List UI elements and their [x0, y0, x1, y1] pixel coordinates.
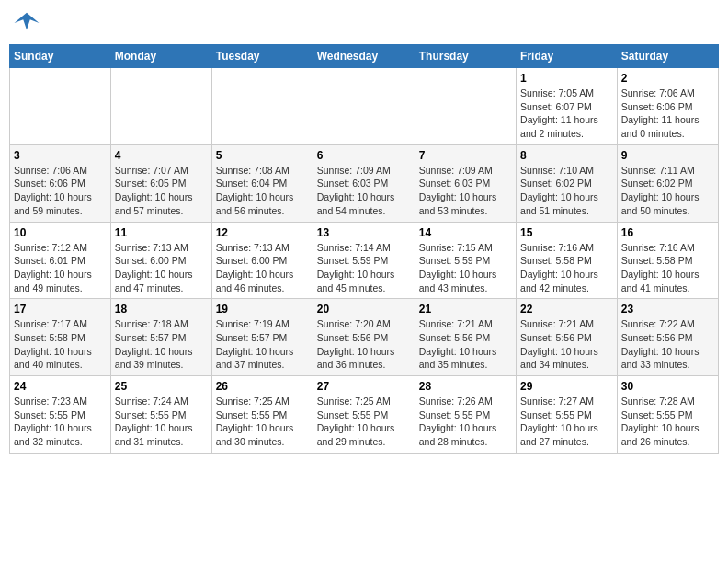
day-info: Sunrise: 7:27 AM Sunset: 5:55 PM Dayligh…	[520, 395, 613, 449]
day-info: Sunrise: 7:15 AM Sunset: 5:59 PM Dayligh…	[419, 241, 512, 295]
weekday-header: Friday	[517, 45, 618, 68]
day-info: Sunrise: 7:13 AM Sunset: 6:00 PM Dayligh…	[216, 241, 309, 295]
day-number: 26	[216, 380, 309, 393]
weekday-header: Monday	[110, 45, 211, 68]
calendar-cell: 2Sunrise: 7:06 AM Sunset: 6:06 PM Daylig…	[617, 68, 718, 145]
day-number: 27	[317, 380, 411, 393]
day-number: 8	[520, 149, 613, 162]
calendar-cell: 20Sunrise: 7:20 AM Sunset: 5:56 PM Dayli…	[313, 299, 415, 376]
day-info: Sunrise: 7:17 AM Sunset: 5:58 PM Dayligh…	[14, 317, 107, 372]
calendar-week-row: 17Sunrise: 7:17 AM Sunset: 5:58 PM Dayli…	[10, 299, 719, 376]
calendar-cell	[313, 68, 415, 145]
day-number: 29	[520, 380, 613, 393]
day-info: Sunrise: 7:09 AM Sunset: 6:03 PM Dayligh…	[317, 164, 411, 218]
calendar-cell	[10, 68, 111, 145]
day-number: 16	[621, 226, 714, 239]
day-number: 9	[621, 149, 714, 162]
day-number: 24	[14, 380, 107, 393]
calendar-cell: 28Sunrise: 7:26 AM Sunset: 5:55 PM Dayli…	[415, 376, 516, 454]
calendar-cell: 16Sunrise: 7:16 AM Sunset: 5:58 PM Dayli…	[617, 222, 718, 299]
svg-marker-0	[15, 13, 40, 30]
logo-bird-icon	[13, 9, 40, 37]
calendar-cell: 5Sunrise: 7:08 AM Sunset: 6:04 PM Daylig…	[211, 144, 313, 222]
day-info: Sunrise: 7:16 AM Sunset: 5:58 PM Dayligh…	[520, 241, 613, 295]
weekday-header: Tuesday	[211, 45, 313, 68]
day-number: 19	[216, 303, 309, 316]
day-info: Sunrise: 7:22 AM Sunset: 5:56 PM Dayligh…	[621, 317, 714, 372]
calendar-cell: 13Sunrise: 7:14 AM Sunset: 5:59 PM Dayli…	[313, 222, 415, 299]
weekday-header: Saturday	[617, 45, 718, 68]
day-info: Sunrise: 7:25 AM Sunset: 5:55 PM Dayligh…	[317, 395, 411, 449]
calendar-cell: 21Sunrise: 7:21 AM Sunset: 5:56 PM Dayli…	[415, 299, 516, 376]
calendar-cell: 6Sunrise: 7:09 AM Sunset: 6:03 PM Daylig…	[313, 144, 415, 222]
day-info: Sunrise: 7:13 AM Sunset: 6:00 PM Dayligh…	[115, 241, 208, 295]
logo	[13, 9, 42, 37]
calendar-cell: 3Sunrise: 7:06 AM Sunset: 6:06 PM Daylig…	[10, 144, 111, 222]
calendar-cell	[110, 68, 211, 145]
calendar-cell: 17Sunrise: 7:17 AM Sunset: 5:58 PM Dayli…	[10, 299, 111, 376]
page-header	[9, 9, 719, 37]
day-number: 20	[317, 303, 411, 316]
day-info: Sunrise: 7:07 AM Sunset: 6:05 PM Dayligh…	[115, 164, 208, 218]
calendar-cell: 26Sunrise: 7:25 AM Sunset: 5:55 PM Dayli…	[211, 376, 313, 454]
weekday-header: Wednesday	[313, 45, 415, 68]
day-number: 14	[419, 226, 512, 239]
day-info: Sunrise: 7:10 AM Sunset: 6:02 PM Dayligh…	[520, 164, 613, 218]
calendar-week-row: 10Sunrise: 7:12 AM Sunset: 6:01 PM Dayli…	[10, 222, 719, 299]
day-info: Sunrise: 7:25 AM Sunset: 5:55 PM Dayligh…	[216, 395, 309, 449]
day-number: 17	[14, 303, 107, 316]
day-number: 10	[14, 226, 107, 239]
calendar-cell: 27Sunrise: 7:25 AM Sunset: 5:55 PM Dayli…	[313, 376, 415, 454]
day-info: Sunrise: 7:18 AM Sunset: 5:57 PM Dayligh…	[115, 317, 208, 372]
day-number: 22	[520, 303, 613, 316]
day-number: 6	[317, 149, 411, 162]
day-number: 30	[621, 380, 714, 393]
day-number: 13	[317, 226, 411, 239]
calendar-week-row: 24Sunrise: 7:23 AM Sunset: 5:55 PM Dayli…	[10, 376, 719, 454]
day-number: 12	[216, 226, 309, 239]
calendar-header-row: SundayMondayTuesdayWednesdayThursdayFrid…	[10, 45, 719, 68]
calendar-cell: 7Sunrise: 7:09 AM Sunset: 6:03 PM Daylig…	[415, 144, 516, 222]
day-info: Sunrise: 7:20 AM Sunset: 5:56 PM Dayligh…	[317, 317, 411, 372]
weekday-header: Thursday	[415, 45, 516, 68]
calendar-cell	[415, 68, 516, 145]
day-info: Sunrise: 7:21 AM Sunset: 5:56 PM Dayligh…	[520, 317, 613, 372]
day-info: Sunrise: 7:09 AM Sunset: 6:03 PM Dayligh…	[419, 164, 512, 218]
day-number: 1	[520, 72, 613, 85]
calendar-cell: 24Sunrise: 7:23 AM Sunset: 5:55 PM Dayli…	[10, 376, 111, 454]
calendar-cell: 14Sunrise: 7:15 AM Sunset: 5:59 PM Dayli…	[415, 222, 516, 299]
day-info: Sunrise: 7:14 AM Sunset: 5:59 PM Dayligh…	[317, 241, 411, 295]
day-info: Sunrise: 7:11 AM Sunset: 6:02 PM Dayligh…	[621, 164, 714, 218]
day-info: Sunrise: 7:12 AM Sunset: 6:01 PM Dayligh…	[14, 241, 107, 295]
calendar-cell: 8Sunrise: 7:10 AM Sunset: 6:02 PM Daylig…	[517, 144, 618, 222]
calendar-week-row: 3Sunrise: 7:06 AM Sunset: 6:06 PM Daylig…	[10, 144, 719, 222]
day-info: Sunrise: 7:06 AM Sunset: 6:06 PM Dayligh…	[14, 164, 107, 218]
calendar-week-row: 1Sunrise: 7:05 AM Sunset: 6:07 PM Daylig…	[10, 68, 719, 145]
day-info: Sunrise: 7:24 AM Sunset: 5:55 PM Dayligh…	[115, 395, 208, 449]
calendar-cell: 22Sunrise: 7:21 AM Sunset: 5:56 PM Dayli…	[517, 299, 618, 376]
day-info: Sunrise: 7:08 AM Sunset: 6:04 PM Dayligh…	[216, 164, 309, 218]
day-info: Sunrise: 7:06 AM Sunset: 6:06 PM Dayligh…	[621, 86, 714, 141]
day-info: Sunrise: 7:28 AM Sunset: 5:55 PM Dayligh…	[621, 395, 714, 449]
day-number: 7	[419, 149, 512, 162]
calendar-cell: 15Sunrise: 7:16 AM Sunset: 5:58 PM Dayli…	[517, 222, 618, 299]
calendar-cell: 10Sunrise: 7:12 AM Sunset: 6:01 PM Dayli…	[10, 222, 111, 299]
day-info: Sunrise: 7:21 AM Sunset: 5:56 PM Dayligh…	[419, 317, 512, 372]
day-number: 4	[115, 149, 208, 162]
calendar-cell: 30Sunrise: 7:28 AM Sunset: 5:55 PM Dayli…	[617, 376, 718, 454]
day-number: 25	[115, 380, 208, 393]
day-info: Sunrise: 7:19 AM Sunset: 5:57 PM Dayligh…	[216, 317, 309, 372]
day-number: 23	[621, 303, 714, 316]
calendar-cell: 1Sunrise: 7:05 AM Sunset: 6:07 PM Daylig…	[517, 68, 618, 145]
day-number: 2	[621, 72, 714, 85]
day-info: Sunrise: 7:23 AM Sunset: 5:55 PM Dayligh…	[14, 395, 107, 449]
calendar-cell: 9Sunrise: 7:11 AM Sunset: 6:02 PM Daylig…	[617, 144, 718, 222]
day-info: Sunrise: 7:05 AM Sunset: 6:07 PM Dayligh…	[520, 86, 613, 141]
calendar-cell	[211, 68, 313, 145]
day-number: 28	[419, 380, 512, 393]
day-number: 3	[14, 149, 107, 162]
calendar-cell: 4Sunrise: 7:07 AM Sunset: 6:05 PM Daylig…	[110, 144, 211, 222]
day-number: 18	[115, 303, 208, 316]
weekday-header: Sunday	[10, 45, 111, 68]
calendar-cell: 11Sunrise: 7:13 AM Sunset: 6:00 PM Dayli…	[110, 222, 211, 299]
